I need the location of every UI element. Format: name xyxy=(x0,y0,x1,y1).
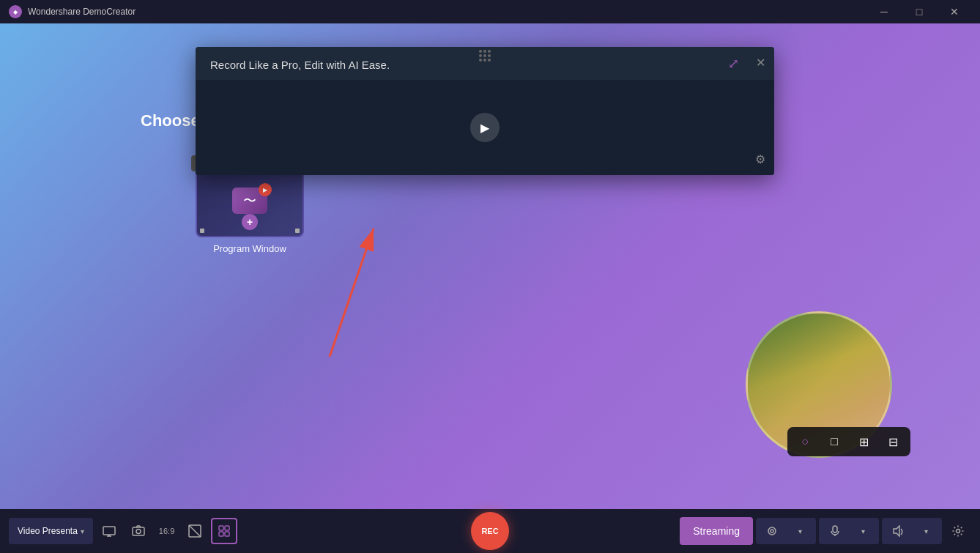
minimize-button[interactable]: ─ xyxy=(867,0,901,23)
video-panel: ⤢ ✕ Record Like a Pro, Edit with AI Ease… xyxy=(196,47,774,175)
panel-close-button[interactable]: ✕ xyxy=(756,56,765,70)
video-play-button[interactable]: ▶ xyxy=(470,113,500,142)
title-bar: Wondershare DemoCreator ─ □ ✕ xyxy=(0,0,980,23)
svg-point-11 xyxy=(768,527,776,535)
svg-line-6 xyxy=(189,525,201,537)
card-program-icon: 〜 ▶ xyxy=(232,188,267,214)
mic-icon-group: ▾ xyxy=(819,518,879,544)
svg-point-12 xyxy=(771,530,773,532)
add-card-button[interactable]: + xyxy=(242,214,258,230)
settings-button[interactable] xyxy=(945,518,971,544)
drag-handle[interactable] xyxy=(476,47,494,64)
svg-point-16 xyxy=(957,530,960,533)
svg-rect-3 xyxy=(133,527,144,535)
camera-toggle-button[interactable] xyxy=(125,518,152,544)
program-window-card[interactable]: Import 〜 ▶ + Program Window xyxy=(196,164,304,254)
close-button[interactable]: ✕ xyxy=(938,0,971,23)
drag-dots-icon[interactable] xyxy=(479,50,491,62)
screen-capture-button[interactable] xyxy=(96,518,122,544)
expand-icon[interactable]: ⤢ xyxy=(728,56,739,72)
app-logo xyxy=(9,5,22,18)
mic-dropdown-button[interactable]: ▾ xyxy=(850,518,876,544)
app-title: Wondershare DemoCreator xyxy=(28,7,867,17)
toolbar-right-section: Streaming ▾ ▾ xyxy=(512,517,971,545)
svg-line-1 xyxy=(330,229,374,357)
panel-settings-icon[interactable]: ⚙ xyxy=(755,152,765,166)
mic-button[interactable] xyxy=(822,518,848,544)
maximize-button[interactable]: □ xyxy=(902,0,936,23)
main-canvas: ⤢ ✕ Record Like a Pro, Edit with AI Ease… xyxy=(0,23,980,509)
webcam-face-mode-button[interactable]: ⊞ xyxy=(855,433,872,450)
preset-dropdown-button[interactable]: Video Presenta ▾ xyxy=(9,518,93,544)
svg-rect-13 xyxy=(833,526,837,532)
webcam-layout-mode-button[interactable]: ⊟ xyxy=(884,433,902,450)
toolbar-left-section: Video Presenta ▾ 16:9 xyxy=(9,518,468,544)
svg-rect-10 xyxy=(225,532,229,536)
speaker-dropdown-button[interactable]: ▾ xyxy=(913,518,939,544)
corner-dot-bl xyxy=(200,229,204,233)
svg-rect-2 xyxy=(103,527,115,535)
video-panel-content: ▶ ⚙ xyxy=(196,80,774,175)
svg-marker-15 xyxy=(894,526,899,536)
svg-rect-7 xyxy=(219,526,223,530)
window-controls: ─ □ ✕ xyxy=(867,0,971,23)
card-inner[interactable]: Import 〜 ▶ + xyxy=(196,164,304,237)
corner-dot-br xyxy=(295,229,300,233)
webcam-rect-mode-button[interactable]: □ xyxy=(825,433,843,450)
speaker-icon-group: ▾ xyxy=(882,518,942,544)
webcam-circle-mode-button[interactable]: ○ xyxy=(796,433,814,450)
speaker-button[interactable] xyxy=(885,518,911,544)
webcam-button[interactable] xyxy=(759,518,785,544)
camera-icon-group: ▾ xyxy=(756,518,816,544)
aspect-ratio-label[interactable]: 16:9 xyxy=(155,524,179,538)
no-signal-button[interactable] xyxy=(182,518,208,544)
bottom-toolbar: Video Presenta ▾ 16:9 xyxy=(0,509,980,553)
wave-icon: 〜 xyxy=(243,192,256,209)
camera-dropdown-button[interactable]: ▾ xyxy=(787,518,813,544)
card-label: Program Window xyxy=(213,243,286,254)
webcam-controls-bar: ○ □ ⊞ ⊟ xyxy=(787,427,910,456)
svg-rect-8 xyxy=(225,526,229,530)
preset-label: Video Presenta xyxy=(18,526,78,536)
toolbar-center-section: REC xyxy=(471,512,509,550)
record-button[interactable]: REC xyxy=(471,512,509,550)
svg-rect-9 xyxy=(219,532,223,536)
schedule-button[interactable] xyxy=(211,518,237,544)
preset-chevron-icon: ▾ xyxy=(81,527,84,535)
svg-point-4 xyxy=(136,530,141,534)
streaming-button[interactable]: Streaming xyxy=(680,517,753,545)
play-icon-small: ▶ xyxy=(259,183,272,196)
